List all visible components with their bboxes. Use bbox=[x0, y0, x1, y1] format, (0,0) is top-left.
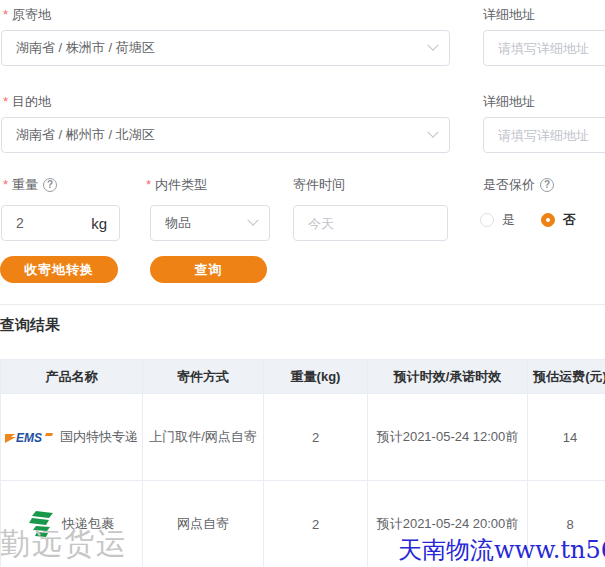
content-type-select[interactable]: 物品 bbox=[150, 205, 270, 241]
radio-selected-icon bbox=[541, 213, 555, 227]
weight-input[interactable]: 2 kg bbox=[1, 205, 120, 241]
content-type-label: * 内件类型 bbox=[146, 177, 207, 192]
watermark-qinyuan: 勤远货运 bbox=[0, 524, 128, 565]
origin-select[interactable]: 湖南省 / 株洲市 / 荷塘区 bbox=[1, 30, 450, 66]
swap-origin-destination-button[interactable]: 收寄地转换 bbox=[0, 256, 118, 283]
table-row: EMS 国内特快专递 上门取件/网点自寄 2 预计2021-05-24 12:0… bbox=[1, 394, 605, 481]
destination-select-value: 湖南省 / 郴州市 / 北湖区 bbox=[16, 126, 155, 144]
ems-logo: EMS bbox=[5, 429, 53, 445]
estimated-time-cell: 预计2021-05-24 12:00前 bbox=[368, 394, 528, 481]
chevron-down-icon bbox=[247, 215, 258, 226]
destination-detail-input[interactable] bbox=[483, 117, 605, 153]
weight-cell: 2 bbox=[264, 481, 368, 567]
send-time-label: 寄件时间 bbox=[293, 177, 345, 192]
header-send-method: 寄件方式 bbox=[143, 360, 264, 394]
query-button[interactable]: 查询 bbox=[150, 256, 267, 283]
send-method-cell: 上门取件/网点自寄 bbox=[143, 394, 264, 481]
shipping-rate-query-page: * 原寄地 详细地址 湖南省 / 株洲市 / 荷塘区 * 目的地 详细地址 湖南… bbox=[0, 0, 605, 567]
insurance-label: 是否保价 ? bbox=[483, 177, 554, 192]
insurance-radio-yes[interactable]: 是 bbox=[480, 211, 515, 229]
required-asterisk: * bbox=[3, 7, 8, 22]
weight-value: 2 bbox=[16, 215, 24, 231]
question-circle-icon[interactable]: ? bbox=[43, 178, 57, 192]
weight-unit: kg bbox=[91, 215, 107, 232]
chevron-down-icon bbox=[427, 40, 438, 51]
origin-detail-input[interactable] bbox=[483, 30, 605, 66]
table-header-row: 产品名称 寄件方式 重量(kg) 预计时效/承诺时效 预估运费(元) bbox=[1, 360, 605, 394]
content-type-value: 物品 bbox=[165, 214, 191, 232]
send-time-input[interactable] bbox=[293, 205, 448, 241]
question-circle-icon[interactable]: ? bbox=[540, 178, 554, 192]
header-estimated-fee: 预估运费(元) bbox=[528, 360, 605, 394]
svg-text:EMS: EMS bbox=[16, 431, 42, 445]
send-method-cell: 网点自寄 bbox=[143, 481, 264, 567]
origin-select-value: 湖南省 / 株洲市 / 荷塘区 bbox=[16, 39, 155, 57]
required-asterisk: * bbox=[3, 177, 8, 192]
header-weight: 重量(kg) bbox=[264, 360, 368, 394]
radio-icon bbox=[480, 213, 494, 227]
section-divider bbox=[0, 304, 605, 305]
product-name: 国内特快专递 bbox=[60, 428, 138, 446]
required-asterisk: * bbox=[146, 177, 151, 192]
header-estimated-time: 预计时效/承诺时效 bbox=[368, 360, 528, 394]
chevron-down-icon bbox=[427, 127, 438, 138]
results-heading: 查询结果 bbox=[0, 316, 60, 335]
header-product-name: 产品名称 bbox=[1, 360, 143, 394]
weight-label: * 重量 ? bbox=[3, 177, 57, 192]
destination-detail-label: 详细地址 bbox=[483, 94, 535, 109]
required-asterisk: * bbox=[3, 94, 8, 109]
destination-label: * 目的地 bbox=[3, 94, 51, 109]
estimated-fee-cell: 14 bbox=[528, 394, 605, 481]
watermark-tiannan: 天南物流www.tn56.com bbox=[398, 534, 605, 566]
weight-cell: 2 bbox=[264, 394, 368, 481]
origin-label: * 原寄地 bbox=[3, 7, 51, 22]
destination-select[interactable]: 湖南省 / 郴州市 / 北湖区 bbox=[1, 117, 450, 153]
insurance-radio-group: 是 否 bbox=[480, 211, 576, 229]
insurance-radio-no[interactable]: 否 bbox=[541, 211, 576, 229]
origin-detail-label: 详细地址 bbox=[483, 7, 535, 22]
